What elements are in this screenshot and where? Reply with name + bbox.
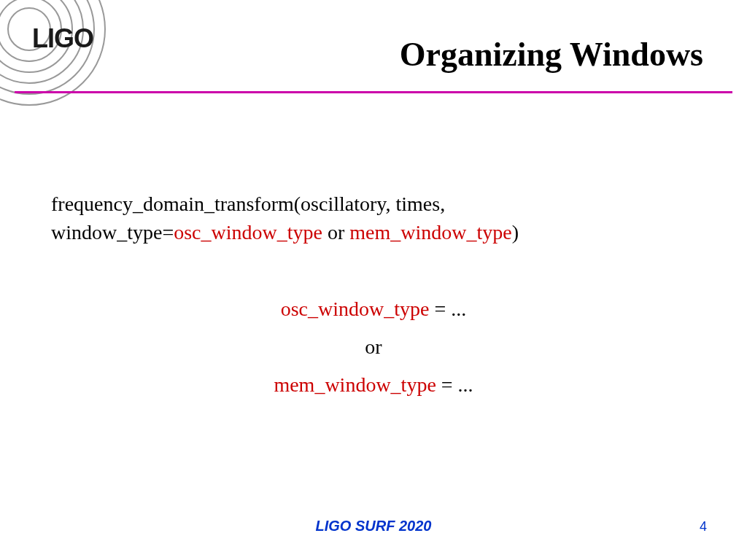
divider-line xyxy=(15,91,732,93)
center-line-2: mem_window_type = ... xyxy=(51,373,696,397)
code-text-mid: or xyxy=(322,221,349,244)
code-text-post: ) xyxy=(512,221,519,244)
center-line-1: osc_window_type = ... xyxy=(51,298,696,321)
code-text-red-2: mem_window_type xyxy=(349,221,511,244)
slide-title: Organizing Windows xyxy=(400,35,703,74)
footer-center-text: LIGO SURF 2020 xyxy=(0,518,747,534)
code-text-red-1: osc_window_type xyxy=(174,221,322,244)
center-rest-2: = ... xyxy=(436,373,473,396)
center-rest-1: = ... xyxy=(429,298,466,320)
slide-content: frequency_domain_transform(oscillatory, … xyxy=(51,190,696,411)
logo-text: LIGO xyxy=(32,23,93,54)
center-or: or xyxy=(51,335,696,359)
center-red-1: osc_window_type xyxy=(281,298,430,320)
code-line-1: frequency_domain_transform(oscillatory, … xyxy=(51,190,696,246)
centered-block: osc_window_type = ... or mem_window_type… xyxy=(51,298,696,397)
center-red-2: mem_window_type xyxy=(274,373,436,396)
page-number: 4 xyxy=(700,519,707,534)
